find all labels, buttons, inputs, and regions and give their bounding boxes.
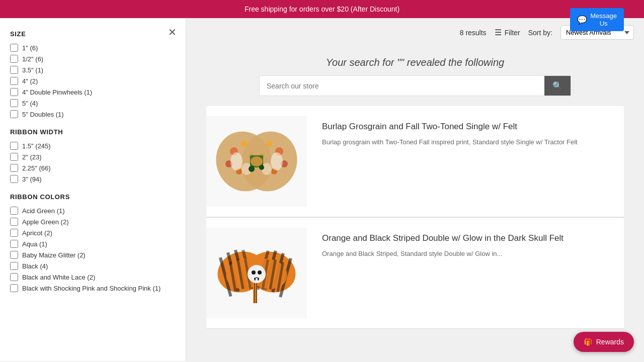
ribbon-color-checkbox[interactable] <box>10 207 18 215</box>
ribbon-color-filter-item[interactable]: Black (4) <box>10 262 176 270</box>
size-filter-group: SIZE 1" (6)1/2" (6)3.5" (1)4" (2)4" Doub… <box>10 30 176 118</box>
size-checkbox[interactable] <box>10 88 18 96</box>
svg-point-17 <box>249 166 255 172</box>
ribbon-color-filter-item[interactable]: Acid Green (1) <box>10 207 176 215</box>
ribbon-width-checkbox[interactable] <box>10 164 18 172</box>
ribbon-color-filter-item[interactable]: Aqua (1) <box>10 240 176 248</box>
ribbon-color-filter-item[interactable]: Baby Maize Glitter (2) <box>10 251 176 259</box>
ribbon-color-label: Black with Shocking Pink and Shocking Pi… <box>22 285 160 292</box>
svg-rect-45 <box>254 283 255 303</box>
message-us-label: Message Us <box>590 12 617 27</box>
size-label: 5" Doubles (1) <box>22 111 64 118</box>
size-label: 1/2" (6) <box>22 55 43 63</box>
search-section: Your search for "" revealed the followin… <box>186 47 644 101</box>
ribbon-width-label: 3" (94) <box>22 175 42 183</box>
ribbon-color-label: Apricot (2) <box>22 229 52 237</box>
size-filter-item[interactable]: 5" (4) <box>10 99 176 107</box>
main-content: 8 results ☰ Filter Sort by: Newest Arriv… <box>186 18 644 361</box>
size-checkbox[interactable] <box>10 77 18 85</box>
ribbon-color-checkbox[interactable] <box>10 229 18 237</box>
product-item: Orange and Black Striped Double w/ Glow … <box>206 218 624 329</box>
size-checkbox[interactable] <box>10 110 18 118</box>
ribbon-color-label: Black and White Lace (2) <box>22 274 95 281</box>
ribbon-color-checkbox[interactable] <box>10 218 18 226</box>
ribbon-width-checkbox[interactable] <box>10 142 18 150</box>
size-label: 3.5" (1) <box>22 66 43 74</box>
ribbon-color-filter-item[interactable]: Apricot (2) <box>10 229 176 237</box>
ribbon-color-filter-item[interactable]: Black and White Lace (2) <box>10 273 176 281</box>
size-filter-item[interactable]: 4" Double Pinwheels (1) <box>10 88 176 96</box>
ribbon-width-checkbox[interactable] <box>10 153 18 161</box>
ribbon-color-label: Aqua (1) <box>22 240 47 248</box>
ribbon-width-filter-group: RIBBON WIDTH 1.5" (245)2" (23)2.25" (66)… <box>10 128 176 183</box>
rewards-label: Rewards <box>596 338 624 346</box>
svg-point-21 <box>251 156 263 166</box>
ribbon-color-label: Acid Green (1) <box>22 207 65 215</box>
product-title: Orange and Black Striped Double w/ Glow … <box>322 233 624 244</box>
close-sidebar-button[interactable]: ✕ <box>168 27 177 37</box>
size-checkbox[interactable] <box>10 55 18 63</box>
ribbon-colors-filter-title: RIBBON COLORS <box>10 193 176 201</box>
filter-icon: ☰ <box>495 28 502 37</box>
filter-label: Filter <box>505 29 520 37</box>
search-input[interactable] <box>260 76 544 96</box>
size-checkbox[interactable] <box>10 99 18 107</box>
ribbon-width-label: 1.5" (245) <box>22 142 51 150</box>
ribbon-color-checkbox[interactable] <box>10 251 18 259</box>
ribbon-width-filter-title: RIBBON WIDTH <box>10 128 176 136</box>
ribbon-width-filter-item[interactable]: 2.25" (66) <box>10 164 176 172</box>
ribbon-color-checkbox[interactable] <box>10 284 18 292</box>
shipping-banner: Free shipping for orders over $20 (After… <box>0 0 644 18</box>
size-filter-item[interactable]: 5" Doubles (1) <box>10 110 176 118</box>
size-filter-item[interactable]: 1" (6) <box>10 44 176 52</box>
svg-point-8 <box>266 141 272 147</box>
svg-rect-43 <box>256 278 258 281</box>
size-checkbox[interactable] <box>10 66 18 74</box>
svg-rect-46 <box>256 283 257 303</box>
ribbon-color-label: Baby Maize Glitter (2) <box>22 251 86 259</box>
messenger-icon: 💬 <box>577 15 587 25</box>
size-filter-item[interactable]: 4" (2) <box>10 77 176 85</box>
results-count: 8 results <box>460 29 487 37</box>
rewards-button[interactable]: 🎁 Rewards <box>574 332 634 352</box>
size-label: 4" (2) <box>22 77 38 85</box>
ribbon-color-filter-item[interactable]: Apple Green (2) <box>10 218 176 226</box>
search-button[interactable]: 🔍 <box>544 76 571 96</box>
ribbon-color-checkbox[interactable] <box>10 273 18 281</box>
ribbon-color-label: Apple Green (2) <box>22 218 69 226</box>
svg-point-12 <box>230 152 243 170</box>
product-info: Orange and Black Striped Double w/ Glow … <box>322 228 624 259</box>
product-list: Burlap Grosgrain and Fall Two-Toned Sing… <box>186 101 644 334</box>
ribbon-width-filter-item[interactable]: 1.5" (245) <box>10 142 176 150</box>
size-filter-title: SIZE <box>10 30 176 38</box>
ribbon-color-filter-item[interactable]: Black with Shocking Pink and Shocking Pi… <box>10 284 176 292</box>
ribbon-width-filter-item[interactable]: 2" (23) <box>10 153 176 161</box>
filter-sidebar: ✕ SIZE 1" (6)1/2" (6)3.5" (1)4" (2)4" Do… <box>0 18 186 361</box>
filter-button[interactable]: ☰ Filter <box>495 28 520 37</box>
ribbon-color-checkbox[interactable] <box>10 240 18 248</box>
svg-point-42 <box>258 270 262 275</box>
size-label: 5" (4) <box>22 100 38 107</box>
product-info: Burlap Grosgrain and Fall Two-Toned Sing… <box>322 116 624 147</box>
size-filter-item[interactable]: 3.5" (1) <box>10 66 176 74</box>
banner-text: Free shipping for orders over $20 (After… <box>245 5 399 13</box>
svg-point-14 <box>271 152 283 170</box>
ribbon-width-filter-item[interactable]: 3" (94) <box>10 175 176 183</box>
search-title: Your search for "" revealed the followin… <box>206 57 624 68</box>
rewards-icon: 🎁 <box>584 338 592 346</box>
product-image-container <box>206 116 307 207</box>
size-checkbox[interactable] <box>10 44 18 52</box>
svg-point-18 <box>259 165 264 170</box>
product-image <box>214 121 299 202</box>
ribbon-color-checkbox[interactable] <box>10 262 18 270</box>
ribbon-width-label: 2.25" (66) <box>22 164 51 172</box>
size-filter-item[interactable]: 1/2" (6) <box>10 55 176 63</box>
product-title: Burlap Grosgrain and Fall Two-Toned Sing… <box>322 121 624 132</box>
search-bar: 🔍 <box>259 75 571 96</box>
size-label: 4" Double Pinwheels (1) <box>22 88 92 96</box>
message-us-button[interactable]: 💬 Message Us <box>570 8 624 31</box>
ribbon-width-checkbox[interactable] <box>10 175 18 183</box>
product-image-container <box>206 228 307 318</box>
svg-point-3 <box>241 141 247 147</box>
svg-point-41 <box>252 270 256 275</box>
